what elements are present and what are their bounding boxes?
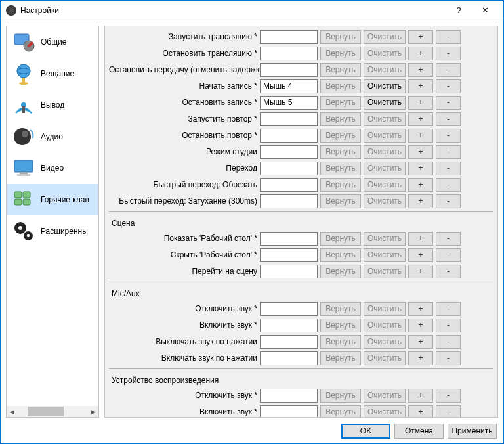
remove-button[interactable]: - bbox=[436, 178, 461, 192]
add-button[interactable]: + bbox=[408, 96, 433, 110]
revert-button[interactable]: Вернуть bbox=[320, 302, 361, 316]
hotkey-input[interactable] bbox=[260, 47, 318, 60]
clear-button[interactable]: Очистить bbox=[364, 79, 406, 93]
revert-button[interactable]: Вернуть bbox=[320, 79, 361, 93]
remove-button[interactable]: - bbox=[436, 79, 461, 93]
hotkey-input[interactable] bbox=[260, 112, 318, 126]
add-button[interactable]: + bbox=[408, 47, 433, 60]
revert-button[interactable]: Вернуть bbox=[320, 351, 361, 365]
hotkey-input[interactable] bbox=[260, 232, 318, 246]
hotkey-input[interactable] bbox=[260, 96, 318, 110]
add-button[interactable]: + bbox=[408, 145, 433, 159]
remove-button[interactable]: - bbox=[436, 129, 461, 143]
add-button[interactable]: + bbox=[408, 63, 433, 77]
revert-button[interactable]: Вернуть bbox=[320, 129, 361, 143]
remove-button[interactable]: - bbox=[436, 389, 461, 403]
remove-button[interactable]: - bbox=[436, 30, 461, 44]
hotkey-input[interactable] bbox=[260, 265, 318, 278]
clear-button[interactable]: Очистить bbox=[364, 335, 406, 349]
remove-button[interactable]: - bbox=[436, 145, 461, 159]
add-button[interactable]: + bbox=[408, 405, 433, 418]
revert-button[interactable]: Вернуть bbox=[320, 319, 361, 332]
sidebar-item-3[interactable]: Аудио bbox=[7, 121, 98, 152]
clear-button[interactable]: Очистить bbox=[364, 232, 406, 246]
revert-button[interactable]: Вернуть bbox=[320, 194, 361, 208]
revert-button[interactable]: Вернуть bbox=[320, 335, 361, 349]
remove-button[interactable]: - bbox=[436, 232, 461, 246]
hotkey-input[interactable] bbox=[260, 145, 318, 159]
remove-button[interactable]: - bbox=[436, 265, 461, 278]
add-button[interactable]: + bbox=[408, 248, 433, 262]
add-button[interactable]: + bbox=[408, 30, 433, 44]
remove-button[interactable]: - bbox=[436, 405, 461, 418]
hotkey-input[interactable] bbox=[260, 351, 318, 365]
clear-button[interactable]: Очистить bbox=[364, 47, 406, 60]
help-button[interactable]: ? bbox=[446, 1, 472, 20]
revert-button[interactable]: Вернуть bbox=[320, 30, 361, 44]
revert-button[interactable]: Вернуть bbox=[320, 63, 361, 77]
add-button[interactable]: + bbox=[408, 194, 433, 208]
hotkey-input[interactable] bbox=[260, 194, 318, 208]
add-button[interactable]: + bbox=[408, 265, 433, 278]
hotkey-input[interactable] bbox=[260, 30, 318, 44]
clear-button[interactable]: Очистить bbox=[364, 351, 406, 365]
remove-button[interactable]: - bbox=[436, 47, 461, 60]
revert-button[interactable]: Вернуть bbox=[320, 248, 361, 262]
sidebar-scrollbar[interactable]: ◀▶ bbox=[7, 406, 98, 417]
hotkey-input[interactable] bbox=[260, 79, 318, 93]
sidebar-item-5[interactable]: Горячие клав bbox=[7, 184, 98, 215]
clear-button[interactable]: Очистить bbox=[364, 129, 406, 143]
revert-button[interactable]: Вернуть bbox=[320, 162, 361, 175]
revert-button[interactable]: Вернуть bbox=[320, 232, 361, 246]
remove-button[interactable]: - bbox=[436, 319, 461, 332]
remove-button[interactable]: - bbox=[436, 162, 461, 175]
add-button[interactable]: + bbox=[408, 79, 433, 93]
hotkey-input[interactable] bbox=[260, 302, 318, 316]
sidebar-item-0[interactable]: Общие bbox=[7, 26, 98, 58]
revert-button[interactable]: Вернуть bbox=[320, 96, 361, 110]
add-button[interactable]: + bbox=[408, 389, 433, 403]
hotkey-input[interactable] bbox=[260, 335, 318, 349]
remove-button[interactable]: - bbox=[436, 194, 461, 208]
revert-button[interactable]: Вернуть bbox=[320, 47, 361, 60]
remove-button[interactable]: - bbox=[436, 96, 461, 110]
add-button[interactable]: + bbox=[408, 129, 433, 143]
add-button[interactable]: + bbox=[408, 178, 433, 192]
add-button[interactable]: + bbox=[408, 302, 433, 316]
remove-button[interactable]: - bbox=[436, 302, 461, 316]
revert-button[interactable]: Вернуть bbox=[320, 145, 361, 159]
hotkey-input[interactable] bbox=[260, 162, 318, 175]
hotkey-input[interactable] bbox=[260, 319, 318, 332]
add-button[interactable]: + bbox=[408, 232, 433, 246]
remove-button[interactable]: - bbox=[436, 248, 461, 262]
remove-button[interactable]: - bbox=[436, 335, 461, 349]
revert-button[interactable]: Вернуть bbox=[320, 405, 361, 418]
clear-button[interactable]: Очистить bbox=[364, 145, 406, 159]
clear-button[interactable]: Очистить bbox=[364, 178, 406, 192]
add-button[interactable]: + bbox=[408, 335, 433, 349]
add-button[interactable]: + bbox=[408, 351, 433, 365]
clear-button[interactable]: Очистить bbox=[364, 96, 406, 110]
add-button[interactable]: + bbox=[408, 162, 433, 175]
hotkey-input[interactable] bbox=[260, 178, 318, 192]
clear-button[interactable]: Очистить bbox=[364, 194, 406, 208]
sidebar-item-6[interactable]: Расширенны bbox=[7, 215, 98, 247]
clear-button[interactable]: Очистить bbox=[364, 389, 406, 403]
clear-button[interactable]: Очистить bbox=[364, 30, 406, 44]
ok-button[interactable]: OK bbox=[341, 424, 390, 439]
close-button[interactable]: ✕ bbox=[472, 1, 498, 20]
apply-button[interactable]: Применить bbox=[448, 424, 497, 439]
hotkey-input[interactable] bbox=[260, 129, 318, 143]
hotkey-input[interactable] bbox=[260, 248, 318, 262]
clear-button[interactable]: Очистить bbox=[364, 63, 406, 77]
add-button[interactable]: + bbox=[408, 112, 433, 126]
add-button[interactable]: + bbox=[408, 319, 433, 332]
remove-button[interactable]: - bbox=[436, 112, 461, 126]
hotkey-input[interactable] bbox=[260, 389, 318, 403]
revert-button[interactable]: Вернуть bbox=[320, 265, 361, 278]
hotkey-input[interactable] bbox=[260, 63, 318, 77]
clear-button[interactable]: Очистить bbox=[364, 248, 406, 262]
revert-button[interactable]: Вернуть bbox=[320, 389, 361, 403]
sidebar-item-2[interactable]: Вывод bbox=[7, 89, 98, 121]
remove-button[interactable]: - bbox=[436, 63, 461, 77]
